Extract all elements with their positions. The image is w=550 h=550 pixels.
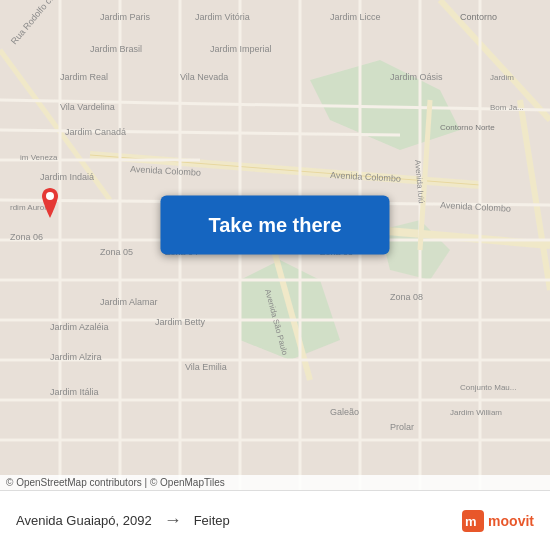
origin-pin	[38, 188, 62, 218]
svg-text:Jardim Licce: Jardim Licce	[330, 12, 381, 22]
svg-text:Jardim Imperial: Jardim Imperial	[210, 44, 272, 54]
svg-text:Zona 06: Zona 06	[10, 232, 43, 242]
svg-text:Jardim Alamar: Jardim Alamar	[100, 297, 158, 307]
svg-text:Contorno: Contorno	[460, 12, 497, 22]
svg-point-68	[46, 192, 54, 200]
svg-text:Conjunto Mau...: Conjunto Mau...	[460, 383, 516, 392]
route-to: Feitep	[194, 513, 230, 528]
map-container: Rua Rodolfo c... Jardim Paris Jardim Vit…	[0, 0, 550, 490]
svg-text:Jardim Canadá: Jardim Canadá	[65, 127, 126, 137]
svg-text:Jardim William: Jardim William	[450, 408, 502, 417]
svg-text:m: m	[465, 514, 477, 529]
svg-text:Contorno Norte: Contorno Norte	[440, 123, 495, 132]
svg-text:Galeão: Galeão	[330, 407, 359, 417]
svg-text:Jardim Vitória: Jardim Vitória	[195, 12, 250, 22]
svg-text:Zona 05: Zona 05	[100, 247, 133, 257]
arrow-icon: →	[164, 510, 182, 531]
svg-text:Vila Nevada: Vila Nevada	[180, 72, 228, 82]
map-attribution: © OpenStreetMap contributors | © OpenMap…	[0, 475, 550, 490]
svg-text:Jardim Paris: Jardim Paris	[100, 12, 151, 22]
svg-text:Jardim Real: Jardim Real	[60, 72, 108, 82]
svg-text:Prolar: Prolar	[390, 422, 414, 432]
svg-text:Bom Ja...: Bom Ja...	[490, 103, 524, 112]
take-me-there-button[interactable]: Take me there	[160, 196, 389, 255]
bottom-bar: Avenida Guaiapó, 2092 → Feitep m moovit	[0, 490, 550, 550]
svg-text:im Veneza: im Veneza	[20, 153, 58, 162]
svg-text:Jardim Alzira: Jardim Alzira	[50, 352, 102, 362]
svg-text:Jardim Betty: Jardim Betty	[155, 317, 206, 327]
svg-text:Jardim Azaléia: Jardim Azaléia	[50, 322, 109, 332]
moovit-logo: m moovit	[462, 510, 534, 532]
svg-text:Zona 08: Zona 08	[390, 292, 423, 302]
route-from: Avenida Guaiapó, 2092	[16, 513, 152, 528]
svg-text:Jardim Itália: Jardim Itália	[50, 387, 99, 397]
svg-text:Vila Vardelina: Vila Vardelina	[60, 102, 115, 112]
svg-text:Jardim Indaiá: Jardim Indaiá	[40, 172, 94, 182]
moovit-text: moovit	[488, 513, 534, 529]
moovit-icon: m	[462, 510, 484, 532]
svg-text:Jardim: Jardim	[490, 73, 514, 82]
svg-text:Jardim Oásis: Jardim Oásis	[390, 72, 443, 82]
svg-text:Vila Emilia: Vila Emilia	[185, 362, 227, 372]
svg-text:Jardim Brasil: Jardim Brasil	[90, 44, 142, 54]
